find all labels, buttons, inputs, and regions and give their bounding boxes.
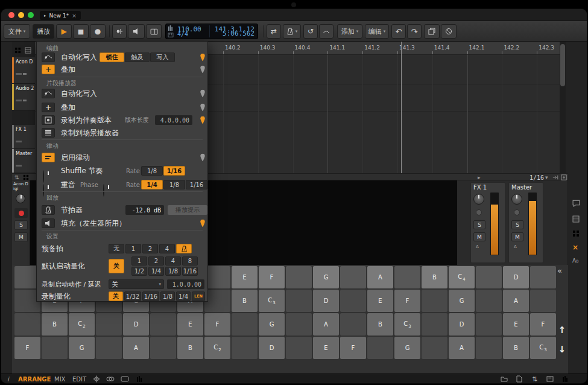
count-in-1[interactable]: 1 [125,244,141,253]
automation-write-icon[interactable] [42,52,55,62]
mini-grid-icon[interactable] [23,174,29,180]
pad-white-key[interactable]: C2 [204,337,230,359]
edit-button[interactable]: 编辑▾ [365,24,389,39]
collapse-panel-icon[interactable]: « [557,266,562,275]
record-arm-button[interactable] [14,208,28,218]
device-solo-button[interactable]: S [14,220,28,230]
record-q-1-32[interactable]: 1/32 [124,291,141,301]
pad-white-key[interactable]: C3 [394,313,420,336]
scrollbar-handle[interactable] [560,44,565,86]
pad-white-key[interactable]: C3 [530,337,556,359]
pad-black-key[interactable] [204,290,230,312]
snap-to-end-icon[interactable] [552,174,558,180]
pad-white-key[interactable]: A [367,266,393,288]
overdub-plus-icon[interactable]: + [42,65,55,74]
file-menu-button[interactable]: 文件▾ [4,24,30,39]
pin-icon[interactable] [200,116,206,124]
follow-playhead-button[interactable]: ⇄ [267,24,281,39]
record-delay-value[interactable]: 1.0.0.00 [167,279,204,289]
pads-toggle-icon[interactable] [136,376,142,382]
transport-display[interactable]: 110.00 4/4 141.3.1.12 5:06.562 [165,24,258,39]
pad-white-key[interactable]: B [422,266,447,288]
launch-q-1[interactable]: 1 [131,256,147,266]
count-in-metronome-button[interactable] [176,244,192,253]
record-q-1-4[interactable]: 1/4 [176,291,191,301]
crossfade-label[interactable]: A [476,244,479,249]
device-volume-knob[interactable] [16,194,25,203]
automation-mode-latch[interactable]: 锁住 [100,52,124,62]
browser-panel-icon[interactable] [572,230,580,237]
pad-white-key[interactable]: G [449,290,475,312]
pad-white-key[interactable]: G [259,313,285,336]
pad-black-key[interactable] [476,337,502,359]
solo-button[interactable]: S [511,220,523,229]
close-panel-icon[interactable]: × [572,243,578,252]
pad-white-key[interactable]: F [530,313,556,336]
automation-mode-write[interactable]: 写入 [150,52,175,62]
duplicate-button[interactable] [424,24,440,39]
pad-white-key[interactable]: E [177,313,203,336]
launch-q-1-4[interactable]: 1/4 [148,267,164,276]
pad-black-key[interactable] [422,337,447,359]
pad-black-key[interactable] [96,313,122,336]
record-takes-icon[interactable] [42,115,55,125]
play-button[interactable]: ▶ [56,24,72,39]
playhead[interactable] [401,42,402,173]
pad-black-key[interactable] [367,337,393,359]
octave-up-button[interactable]: ↑ [556,323,568,337]
mixer-strip-master[interactable]: Master S M A [508,182,543,263]
record-button[interactable]: ● [90,24,106,39]
pad-white-key[interactable]: A [449,337,475,359]
pin-icon[interactable] [200,90,206,98]
launch-q-1-2[interactable]: 1/2 [131,267,147,276]
count-in-2[interactable]: 2 [142,244,158,253]
accent-rate-1-4[interactable]: 1/4 [141,180,163,189]
pad-white-key[interactable]: G [313,266,339,288]
pad-white-key[interactable]: F [394,290,420,312]
record-q-length-button[interactable]: LEN [192,291,205,301]
overdub-plus-icon[interactable]: + [42,103,55,112]
arrange-view-button[interactable]: ARRANGE [18,374,51,383]
project-tab-close-icon[interactable]: × [72,13,77,19]
pad-white-key[interactable]: C4 [449,266,475,288]
pad-white-key[interactable]: B [177,337,203,359]
pad-white-key[interactable]: A [503,290,529,312]
pad-white-key[interactable]: C2 [69,313,95,336]
metronome-icon[interactable] [42,205,55,215]
pad-black-key[interactable] [476,313,502,336]
count-in-none[interactable]: 无 [109,244,124,253]
dual-display-button[interactable] [146,24,162,39]
launch-q-8[interactable]: 8 [182,256,198,266]
pad-white-key[interactable]: D [503,266,529,288]
io-panel-icon[interactable] [572,215,580,223]
pad-white-key[interactable]: D [313,290,339,312]
track-grid-icon[interactable] [14,47,21,54]
file-icon[interactable] [516,375,522,383]
pad-black-key[interactable] [530,290,556,312]
pad-black-key[interactable] [340,313,366,336]
pin-icon[interactable] [200,220,206,228]
pad-black-key[interactable] [14,313,40,336]
pad-black-key[interactable] [422,313,447,336]
record-q-off[interactable]: 关 [109,291,123,301]
pad-white-key[interactable]: E [503,313,529,336]
pin-icon[interactable] [200,104,206,112]
comment-icon[interactable] [572,200,580,207]
add-button[interactable]: 添加▾ [337,24,362,39]
pad-white-key[interactable]: G [394,337,420,359]
zoom-window-button[interactable] [28,12,34,18]
record-q-1-8[interactable]: 1/8 [160,291,175,301]
launch-q-4[interactable]: 4 [165,256,181,266]
play-time-value[interactable]: 5:06.562 [223,30,254,37]
octave-down-button[interactable]: ↓ [556,342,568,357]
mute-button[interactable]: M [511,232,523,241]
pad-black-key[interactable] [286,290,312,312]
track-list-icon[interactable] [25,47,31,54]
volume-fader[interactable] [490,192,499,255]
pad-black-key[interactable] [530,266,556,288]
device-mute-button[interactable]: M [14,232,28,242]
touch-bar-icon[interactable] [121,376,129,382]
track-row[interactable]: Master [12,149,35,173]
undo-button[interactable]: ↶ [391,24,406,39]
metronome-button[interactable]: ▾ [283,24,301,39]
